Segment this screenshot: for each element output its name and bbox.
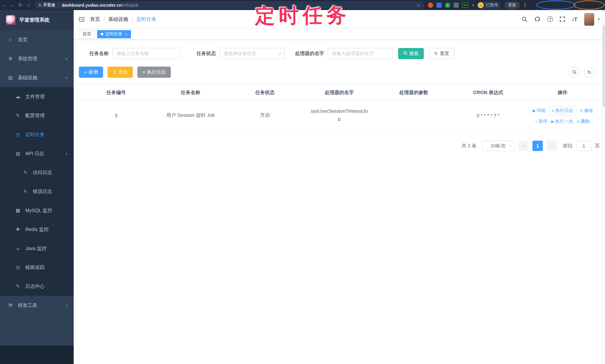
job-status-select-input[interactable] — [220, 48, 285, 59]
edit-link[interactable]: ✎ 修改 — [580, 107, 593, 114]
col-actions: 操作 — [525, 85, 600, 101]
table-row: 3 用户 Session 超时 Job 开启 sysUserSessionTim… — [79, 101, 600, 130]
address-divider — [58, 3, 59, 7]
sidebar-item-label: 文件管理 — [25, 93, 45, 100]
sidebar-item-mysql-monitor[interactable]: ▦ MySQL 监控 — [0, 201, 74, 220]
detail-link[interactable]: ◉ 详细 — [532, 107, 545, 114]
url-host[interactable]: dashboard.yudao.iocoder.cn — [62, 3, 122, 7]
pause-link-label: 暂停 — [539, 118, 548, 125]
page-size-select[interactable]: 10条/页 ∨ — [482, 141, 514, 151]
avatar[interactable] — [584, 13, 594, 26]
pause-link[interactable]: × 暂停 — [535, 118, 548, 125]
breadcrumb-infra[interactable]: 基础设施 — [108, 16, 128, 23]
run-once-link[interactable]: ▶ 执行一次 — [551, 118, 573, 125]
forward-icon[interactable]: → — [8, 2, 16, 8]
github-icon[interactable] — [535, 16, 541, 22]
exec-log-link[interactable]: ≡ 执行日志 — [549, 106, 576, 115]
not-secure-warning[interactable]: ⚠ 不安全 — [38, 2, 55, 8]
fullscreen-icon[interactable] — [560, 16, 565, 22]
search-button[interactable]: 搜索 — [398, 48, 424, 59]
warning-icon: ⚠ — [38, 3, 42, 7]
app-logo-row[interactable]: 芋道管理系统 — [0, 10, 74, 30]
cell-job-name: 用户 Session 超时 Job — [153, 101, 228, 130]
help-icon[interactable]: ? — [548, 16, 553, 22]
coffee-icon: ☕ — [15, 246, 21, 251]
edit-icon: ✎ — [15, 113, 21, 118]
reset-button[interactable]: ↻ 重置 — [429, 48, 454, 59]
font-size-icon[interactable]: TT — [572, 16, 578, 22]
pause-x-icon: × — [535, 119, 538, 124]
home-browser-icon[interactable]: ⌂ — [25, 2, 33, 8]
jobs-table: 任务编号 任务名称 任务状态 处理器的名字 处理器的参数 CRON 表达式 操作… — [79, 84, 600, 130]
extension-on-badge-icon[interactable]: on — [462, 2, 468, 8]
tag-scheduled-jobs[interactable]: 定时任务 × — [97, 30, 131, 38]
search-icon[interactable] — [522, 16, 528, 22]
extension-orange-icon[interactable] — [428, 2, 433, 8]
add-button[interactable]: + 新增 — [79, 66, 103, 78]
sidebar-item-redis-monitor[interactable]: ❖ Redis 监控 — [0, 220, 74, 239]
refresh-table-button[interactable]: ↻ — [584, 67, 595, 77]
extension-green-icon[interactable]: ✓ — [445, 2, 450, 8]
browser-profile-chip[interactable]: ☺ 已暂停 — [477, 1, 501, 9]
goto-page-input[interactable] — [576, 141, 591, 151]
chevron-up-icon: ∧ — [65, 76, 68, 79]
sidebar-item-infra[interactable]: ▤ 基础设施 ∧ — [0, 68, 74, 87]
caret-down-icon[interactable]: ▾ — [598, 17, 600, 21]
address-bar[interactable]: ⚠ 不安全 dashboard.yudao.iocoder.cn /infra/… — [34, 1, 424, 9]
toggle-search-button[interactable] — [569, 67, 580, 77]
scrollbar[interactable] — [602, 10, 605, 364]
sidebar-item-label: 基础设施 — [18, 74, 37, 81]
gear-icon: ⚙ — [7, 56, 13, 61]
job-status-select[interactable]: ∨ — [220, 48, 285, 59]
back-icon[interactable]: ← — [0, 2, 8, 8]
cell-handler-param — [377, 101, 451, 130]
col-cron: CRON 表达式 — [451, 85, 525, 101]
page-number-button[interactable]: 1 — [532, 141, 543, 151]
play-icon: ▶ — [551, 119, 554, 124]
sidebar-item-system[interactable]: ⚙ 系统管理 ∨ — [0, 49, 74, 68]
browser-menu-icon[interactable]: ⋮ — [523, 2, 527, 8]
active-dot — [101, 33, 104, 35]
export-button[interactable]: ↧ 导出 — [107, 66, 133, 78]
cell-handler-name: sysUserSessionTimeoutJob — [310, 107, 369, 124]
table-toolbar: + 新增 ↧ 导出 ≡ 执行日志 ↻ — [79, 66, 600, 78]
sidebar-item-scheduled-jobs[interactable]: ◷ 定时任务 — [0, 125, 74, 144]
sidebar-item-dev-tools[interactable]: ⚒ 研发工具 ∨ — [0, 296, 74, 315]
sidebar-item-trace[interactable]: ◎ 链路追踪 — [0, 258, 74, 277]
browser-update-button[interactable]: 更新 — [504, 1, 520, 9]
sidebar-item-access-log[interactable]: ✎ 访问日志 — [0, 163, 74, 182]
bookmark-star-icon[interactable]: ☆ — [416, 2, 421, 8]
goto-label: 前往 — [563, 143, 573, 149]
sidebar: 芋道管理系统 ⌂ 首页 ⚙ 系统管理 ∨ ▤ 基础设施 ∧ ☁ 文件管理 — [0, 10, 74, 364]
sidebar-item-home[interactable]: ⌂ 首页 — [0, 30, 74, 49]
cell-cron: 0 * * * * ? * — [451, 101, 525, 130]
extensions-puzzle-icon[interactable]: + — [472, 3, 474, 7]
sidebar-item-error-log[interactable]: ✎ 错误日志 — [0, 182, 74, 201]
extension-grid-icon[interactable] — [454, 2, 459, 8]
breadcrumb-home[interactable]: 首页 — [90, 16, 100, 23]
sidebar-item-config-manage[interactable]: ✎ 配置管理 — [0, 106, 74, 125]
paused-label: 已暂停 — [486, 2, 498, 8]
extension-blue-icon[interactable] — [436, 2, 442, 8]
sidebar-item-log-center[interactable]: ✎ 日志中心 — [0, 277, 74, 296]
job-log-button[interactable]: ≡ 执行日志 — [137, 66, 171, 78]
close-icon[interactable]: × — [125, 32, 127, 36]
prev-page-button[interactable]: ‹ — [518, 141, 529, 151]
sidebar-item-api-log[interactable]: ▤ API 日志 ∧ — [0, 144, 74, 163]
sidebar-item-label: 定时任务 — [25, 131, 45, 138]
scrollbar-thumb[interactable] — [603, 25, 605, 107]
reload-icon[interactable]: ↻ — [16, 2, 25, 8]
sidebar-item-file-manage[interactable]: ☁ 文件管理 — [0, 87, 74, 106]
chevron-down-icon: ∨ — [509, 144, 512, 148]
job-name-input[interactable] — [112, 48, 180, 59]
tag-label: 首页 — [83, 31, 91, 37]
sidebar-item-label: Redis 监控 — [25, 226, 49, 233]
sidebar-fold-icon[interactable] — [79, 16, 85, 22]
handler-name-input[interactable] — [328, 48, 393, 59]
delete-link[interactable]: ⊘ 删除 — [577, 118, 590, 125]
eye-icon: ◉ — [532, 109, 535, 113]
next-page-button[interactable]: › — [547, 141, 557, 151]
sidebar-item-java-monitor[interactable]: ☕ Java 监控 — [0, 239, 74, 258]
edit-link-label: 修改 — [584, 107, 593, 114]
tag-home[interactable]: 首页 — [79, 30, 95, 38]
